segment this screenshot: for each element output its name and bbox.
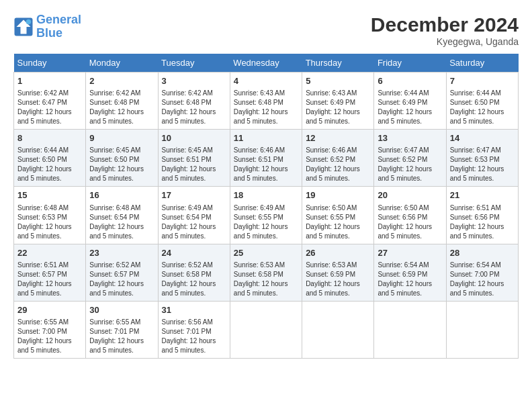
calendar-cell: 20Sunrise: 6:50 AM Sunset: 6:56 PM Dayli… <box>374 187 446 244</box>
calendar-cell: 9Sunrise: 6:45 AM Sunset: 6:50 PM Daylig… <box>86 130 158 187</box>
day-info: Sunrise: 6:56 AM Sunset: 7:01 PM Dayligh… <box>162 318 226 355</box>
day-number: 25 <box>234 247 298 259</box>
day-number: 31 <box>162 304 226 316</box>
calendar-cell: 1Sunrise: 6:42 AM Sunset: 6:47 PM Daylig… <box>14 73 86 130</box>
calendar-cell: 31Sunrise: 6:56 AM Sunset: 7:01 PM Dayli… <box>158 301 230 358</box>
calendar-week-2: 8Sunrise: 6:44 AM Sunset: 6:50 PM Daylig… <box>14 130 519 187</box>
day-info: Sunrise: 6:54 AM Sunset: 7:00 PM Dayligh… <box>450 261 515 298</box>
day-info: Sunrise: 6:46 AM Sunset: 6:51 PM Dayligh… <box>234 146 298 183</box>
day-info: Sunrise: 6:49 AM Sunset: 6:55 PM Dayligh… <box>234 203 298 241</box>
day-number: 15 <box>17 189 82 201</box>
day-number: 11 <box>234 132 298 144</box>
day-number: 29 <box>17 304 82 316</box>
calendar-cell: 24Sunrise: 6:52 AM Sunset: 6:58 PM Dayli… <box>158 244 230 301</box>
day-number: 20 <box>378 189 442 201</box>
day-number: 12 <box>306 132 370 144</box>
day-number: 3 <box>162 75 226 87</box>
header-monday: Monday <box>86 54 158 73</box>
header-wednesday: Wednesday <box>230 54 302 73</box>
calendar-cell <box>302 301 374 358</box>
calendar-cell: 16Sunrise: 6:48 AM Sunset: 6:54 PM Dayli… <box>86 187 158 244</box>
location: Kyegegwa, Uganda <box>371 36 519 47</box>
header-thursday: Thursday <box>302 54 374 73</box>
day-info: Sunrise: 6:51 AM Sunset: 6:57 PM Dayligh… <box>17 261 82 298</box>
day-number: 1 <box>17 75 82 87</box>
calendar-cell: 23Sunrise: 6:52 AM Sunset: 6:57 PM Dayli… <box>86 244 158 301</box>
header-friday: Friday <box>374 54 446 73</box>
day-number: 7 <box>450 75 515 87</box>
day-info: Sunrise: 6:47 AM Sunset: 6:53 PM Dayligh… <box>450 146 515 183</box>
calendar-cell: 25Sunrise: 6:53 AM Sunset: 6:58 PM Dayli… <box>230 244 302 301</box>
header-sunday: Sunday <box>14 54 86 73</box>
day-info: Sunrise: 6:42 AM Sunset: 6:47 PM Dayligh… <box>17 89 82 126</box>
logo: General Blue <box>13 13 81 40</box>
calendar-cell: 28Sunrise: 6:54 AM Sunset: 7:00 PM Dayli… <box>446 244 518 301</box>
calendar-cell: 15Sunrise: 6:48 AM Sunset: 6:53 PM Dayli… <box>14 187 86 244</box>
calendar-cell: 6Sunrise: 6:44 AM Sunset: 6:49 PM Daylig… <box>374 73 446 130</box>
day-info: Sunrise: 6:51 AM Sunset: 6:56 PM Dayligh… <box>450 203 515 241</box>
day-number: 22 <box>17 247 82 259</box>
day-info: Sunrise: 6:55 AM Sunset: 7:01 PM Dayligh… <box>89 318 154 355</box>
logo-line1: General <box>36 13 81 26</box>
day-info: Sunrise: 6:44 AM Sunset: 6:50 PM Dayligh… <box>17 146 82 183</box>
day-number: 10 <box>162 132 226 144</box>
day-number: 28 <box>450 247 515 259</box>
day-number: 21 <box>450 189 515 201</box>
day-info: Sunrise: 6:44 AM Sunset: 6:50 PM Dayligh… <box>450 89 515 126</box>
day-info: Sunrise: 6:50 AM Sunset: 6:55 PM Dayligh… <box>306 203 370 241</box>
day-info: Sunrise: 6:52 AM Sunset: 6:57 PM Dayligh… <box>89 261 154 298</box>
day-info: Sunrise: 6:48 AM Sunset: 6:53 PM Dayligh… <box>17 203 82 241</box>
calendar-cell: 26Sunrise: 6:53 AM Sunset: 6:59 PM Dayli… <box>302 244 374 301</box>
day-number: 4 <box>234 75 298 87</box>
header-tuesday: Tuesday <box>158 54 230 73</box>
month-title: December 2024 <box>371 13 519 36</box>
day-number: 14 <box>450 132 515 144</box>
day-number: 9 <box>89 132 154 144</box>
calendar-cell: 7Sunrise: 6:44 AM Sunset: 6:50 PM Daylig… <box>446 73 518 130</box>
day-number: 24 <box>162 247 226 259</box>
calendar-cell: 22Sunrise: 6:51 AM Sunset: 6:57 PM Dayli… <box>14 244 86 301</box>
calendar-cell: 13Sunrise: 6:47 AM Sunset: 6:52 PM Dayli… <box>374 130 446 187</box>
calendar-cell: 12Sunrise: 6:46 AM Sunset: 6:52 PM Dayli… <box>302 130 374 187</box>
calendar-cell: 29Sunrise: 6:55 AM Sunset: 7:00 PM Dayli… <box>14 301 86 358</box>
calendar-cell: 17Sunrise: 6:49 AM Sunset: 6:54 PM Dayli… <box>158 187 230 244</box>
calendar-cell <box>230 301 302 358</box>
day-info: Sunrise: 6:46 AM Sunset: 6:52 PM Dayligh… <box>306 146 370 183</box>
calendar-cell: 2Sunrise: 6:42 AM Sunset: 6:48 PM Daylig… <box>86 73 158 130</box>
day-number: 18 <box>234 189 298 201</box>
day-info: Sunrise: 6:49 AM Sunset: 6:54 PM Dayligh… <box>162 203 226 241</box>
day-info: Sunrise: 6:45 AM Sunset: 6:51 PM Dayligh… <box>162 146 226 183</box>
day-info: Sunrise: 6:54 AM Sunset: 6:59 PM Dayligh… <box>378 261 442 298</box>
calendar-cell: 11Sunrise: 6:46 AM Sunset: 6:51 PM Dayli… <box>230 130 302 187</box>
day-info: Sunrise: 6:47 AM Sunset: 6:52 PM Dayligh… <box>378 146 442 183</box>
day-info: Sunrise: 6:45 AM Sunset: 6:50 PM Dayligh… <box>89 146 154 183</box>
calendar-cell: 14Sunrise: 6:47 AM Sunset: 6:53 PM Dayli… <box>446 130 518 187</box>
day-number: 19 <box>306 189 370 201</box>
calendar-table: SundayMondayTuesdayWednesdayThursdayFrid… <box>13 54 519 359</box>
calendar-cell: 8Sunrise: 6:44 AM Sunset: 6:50 PM Daylig… <box>14 130 86 187</box>
day-number: 8 <box>17 132 82 144</box>
day-number: 26 <box>306 247 370 259</box>
day-info: Sunrise: 6:50 AM Sunset: 6:56 PM Dayligh… <box>378 203 442 241</box>
calendar-cell: 27Sunrise: 6:54 AM Sunset: 6:59 PM Dayli… <box>374 244 446 301</box>
calendar-cell: 3Sunrise: 6:42 AM Sunset: 6:48 PM Daylig… <box>158 73 230 130</box>
title-block: December 2024 Kyegegwa, Uganda <box>371 13 519 47</box>
day-info: Sunrise: 6:42 AM Sunset: 6:48 PM Dayligh… <box>162 89 226 126</box>
calendar-cell: 21Sunrise: 6:51 AM Sunset: 6:56 PM Dayli… <box>446 187 518 244</box>
day-number: 27 <box>378 247 442 259</box>
day-number: 17 <box>162 189 226 201</box>
calendar-cell: 30Sunrise: 6:55 AM Sunset: 7:01 PM Dayli… <box>86 301 158 358</box>
calendar-cell <box>446 301 518 358</box>
day-info: Sunrise: 6:53 AM Sunset: 6:59 PM Dayligh… <box>306 261 370 298</box>
calendar-cell <box>374 301 446 358</box>
day-info: Sunrise: 6:53 AM Sunset: 6:58 PM Dayligh… <box>234 261 298 298</box>
day-info: Sunrise: 6:48 AM Sunset: 6:54 PM Dayligh… <box>89 203 154 241</box>
page-header: General Blue December 2024 Kyegegwa, Uga… <box>13 13 519 47</box>
day-info: Sunrise: 6:42 AM Sunset: 6:48 PM Dayligh… <box>89 89 154 126</box>
logo-icon <box>13 17 34 37</box>
calendar-cell: 19Sunrise: 6:50 AM Sunset: 6:55 PM Dayli… <box>302 187 374 244</box>
calendar-cell: 10Sunrise: 6:45 AM Sunset: 6:51 PM Dayli… <box>158 130 230 187</box>
calendar-week-3: 15Sunrise: 6:48 AM Sunset: 6:53 PM Dayli… <box>14 187 519 244</box>
svg-point-2 <box>26 19 32 25</box>
day-info: Sunrise: 6:43 AM Sunset: 6:48 PM Dayligh… <box>234 89 298 126</box>
